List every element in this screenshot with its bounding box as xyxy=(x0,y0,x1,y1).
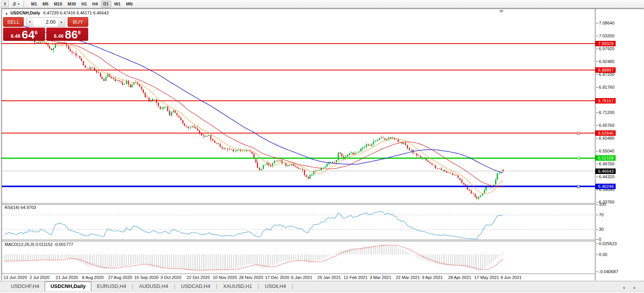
chart-shift-marker-icon[interactable] xyxy=(499,10,504,13)
tab-scroll-left-icon[interactable]: ◂ xyxy=(619,285,628,290)
timeframe-button-mn[interactable]: MN xyxy=(124,1,135,7)
price-level-badge: 6.46643 xyxy=(595,168,616,174)
chart-tab-xauusd[interactable]: XAUUSD,H1 xyxy=(218,282,257,291)
scale-tick-label: 7.03200 xyxy=(596,33,614,39)
toolbar-grip xyxy=(23,1,25,7)
chart-ohlc-values: 6.47239 6.47416 6.46171 6.46643 xyxy=(43,11,108,15)
time-tick-label: 15 Sep 2020 xyxy=(134,275,159,280)
time-tick-label: 10 Nov 2020 xyxy=(213,275,237,280)
tab-scroll-right-icon[interactable]: ▸ xyxy=(630,285,639,290)
time-tick-label: 17 Dec 2020 xyxy=(265,275,289,280)
scale-tick-label: 0.025623 xyxy=(596,241,617,246)
chart-tab-usdcnh[interactable]: USDCNH,Daily xyxy=(45,281,91,291)
time-tick-label: 3 Mar 2021 xyxy=(370,275,391,280)
timeframe-button-m30[interactable]: M30 xyxy=(65,1,78,7)
chart-tab-audusd[interactable]: AUDUSD,H4 xyxy=(134,282,174,291)
macd-label: MACD(12,26,9) 0.011152 -0.001777 xyxy=(5,242,73,247)
time-tick-label: 4 Jun 2021 xyxy=(501,275,522,280)
scale-tick-label: 6.44320 xyxy=(596,174,614,179)
scale-tick-label: 30 xyxy=(596,226,604,232)
arrange-arrows-icon: ⇄ xyxy=(11,0,18,7)
time-tick-label: 25 Jan 2021 xyxy=(318,275,341,280)
text-tool-icon: T xyxy=(2,1,9,7)
price-chart-canvas[interactable] xyxy=(2,9,595,274)
time-tick-label: 12 Feb 2021 xyxy=(344,275,368,280)
buy-button[interactable]: BUY xyxy=(68,17,88,27)
one-click-trade-panel: SELL ▼ ▲ BUY 6.46646 6.46868 xyxy=(3,17,88,41)
time-tick-label: 21 Jul 2020 xyxy=(56,275,78,280)
sell-price-prefix: 6.46 xyxy=(11,32,21,40)
time-tick-label: 3 Oct 2020 xyxy=(161,275,182,280)
chart-symbol-title: USDCNH,Daily xyxy=(10,11,40,15)
price-level-badge: 6.40244 xyxy=(595,184,616,189)
arrange-windows-button[interactable]: ⇄ ▾ xyxy=(12,1,19,7)
price-scale[interactable]: 7.086407.032006.979206.924806.872006.817… xyxy=(595,9,644,281)
buy-price-big: 86 xyxy=(65,29,78,40)
timeframe-toolbar: M1M5M15M30H1H4D1W1MN xyxy=(28,1,135,7)
timeframe-button-d1[interactable]: D1 xyxy=(101,1,111,7)
time-tick-label: 9 Apr 2021 xyxy=(422,275,443,280)
time-tick-label: 28 Apr 2021 xyxy=(448,275,471,280)
top-toolbar: T ⇄ ▾ M1M5M15M30H1H4D1W1MN xyxy=(0,0,644,8)
scale-tick-label: 6.65760 xyxy=(596,123,614,128)
chevron-down-icon: ▾ xyxy=(18,2,19,6)
price-level-badge: 6.52108 xyxy=(595,155,616,161)
collapse-icon[interactable]: ▲ xyxy=(5,12,8,15)
price-level-badge: 6.62646 xyxy=(595,130,616,136)
time-axis[interactable]: 13 Jun 20202 Jul 202021 Jul 20208 Aug 20… xyxy=(2,274,595,281)
status-strip xyxy=(0,291,644,293)
tab-scroll-controls: ◂ ▸ xyxy=(619,284,639,291)
chart-header: ▲USDCNH,Daily6.47239 6.47416 6.46171 6.4… xyxy=(5,11,109,15)
timeframe-button-h1[interactable]: H1 xyxy=(79,1,89,7)
rsi-label: RSI(14) 64.9703 xyxy=(5,205,36,210)
timeframe-button-m1[interactable]: M1 xyxy=(29,1,39,7)
time-tick-label: 17 May 2021 xyxy=(474,275,499,280)
volume-stepper: ▼ ▲ xyxy=(26,17,65,27)
scale-tick-label: 7.08640 xyxy=(596,20,614,26)
buy-price-prefix: 6.46 xyxy=(54,32,64,40)
buy-price-display[interactable]: 6.46868 xyxy=(46,28,88,41)
time-tick-label: 2 Jul 2020 xyxy=(30,275,49,280)
buy-price-sup: 8 xyxy=(78,30,80,35)
chart-window: ▲USDCNH,Daily6.47239 6.47416 6.46171 6.4… xyxy=(2,9,644,280)
timeframe-button-h4[interactable]: H4 xyxy=(90,1,100,7)
scale-tick-label: -0.040687 xyxy=(596,269,618,274)
scale-tick-label: 6.97920 xyxy=(596,46,614,51)
sell-price-sup: 6 xyxy=(35,30,37,35)
price-level-badge: 6.76157 xyxy=(595,98,616,104)
scale-tick-label: 6.49760 xyxy=(596,161,614,167)
time-tick-label: 8 Aug 2020 xyxy=(82,275,104,280)
volume-increase-icon[interactable]: ▲ xyxy=(58,18,65,26)
time-tick-label: 28 Nov 2020 xyxy=(239,275,263,280)
tab-separator: | xyxy=(291,284,293,291)
chart-tab-usdcad[interactable]: USDCAD,H4 xyxy=(176,282,216,291)
timeframe-button-m5[interactable]: M5 xyxy=(40,1,51,7)
time-tick-label: 22 Mar 2021 xyxy=(396,275,420,280)
volume-decrease-icon[interactable]: ▼ xyxy=(26,18,33,26)
scale-tick-label: 6.92480 xyxy=(596,59,614,64)
sell-button[interactable]: SELL xyxy=(3,17,24,27)
scale-tick-label: 100 xyxy=(596,202,606,207)
sell-price-display[interactable]: 6.46646 xyxy=(3,28,45,41)
time-tick-label: 6 Jan 2021 xyxy=(291,275,312,280)
time-tick-label: 27 Aug 2020 xyxy=(108,275,132,280)
price-level-badge: 6.88897 xyxy=(595,67,616,73)
time-tick-label: 13 Jun 2020 xyxy=(3,275,27,280)
scale-tick-label: 6.60480 xyxy=(596,135,614,141)
scale-tick-label: 6.81760 xyxy=(596,84,614,90)
chart-tab-usoil[interactable]: USOil,H4 xyxy=(260,282,291,291)
timeframe-button-m15[interactable]: M15 xyxy=(52,1,65,7)
chart-tab-eurusd[interactable]: EURUSD,H4 xyxy=(91,282,131,291)
chart-tab-usdchf[interactable]: USDCHF,H4 xyxy=(5,282,45,291)
time-tick-label: 22 Oct 2020 xyxy=(187,275,210,280)
timeframe-button-w1[interactable]: W1 xyxy=(112,1,123,7)
chart-tab-bar: USDCHF,H4USDCNH,DailyEURUSD,H4|AUDUSD,H4… xyxy=(0,281,644,291)
price-level-badge: 7.00029 xyxy=(595,41,616,46)
scale-tick-label: 6.55040 xyxy=(596,148,614,154)
scale-tick-label: 70 xyxy=(596,212,604,218)
volume-input[interactable] xyxy=(33,18,58,26)
text-tool-button[interactable]: T xyxy=(2,1,9,7)
scale-tick-label: 6.71200 xyxy=(596,110,614,115)
scale-tick-label: 0.00 xyxy=(596,252,607,257)
sell-price-big: 64 xyxy=(22,29,35,40)
